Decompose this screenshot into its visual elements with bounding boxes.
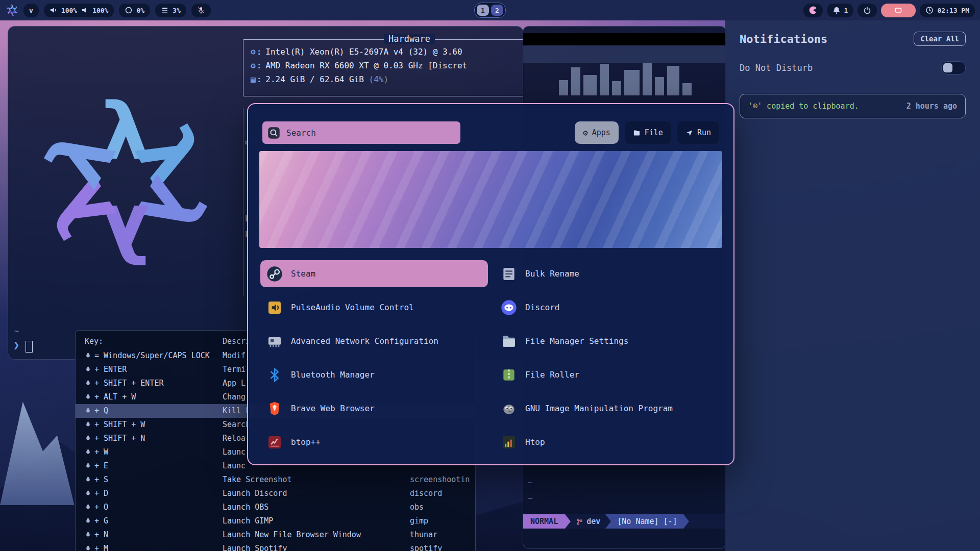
keybind-key-text: + SHIFT + ENTER — [94, 377, 163, 390]
gimp-icon — [501, 400, 517, 417]
buffer-name: [No Name] [-] — [611, 514, 683, 529]
wallpaper-preview — [259, 151, 722, 248]
app-item-btop[interactable]: btop++ — [260, 429, 488, 456]
search-input[interactable] — [285, 128, 440, 138]
app-label: Htop — [525, 437, 545, 447]
app-item-advanced-network-configuration[interactable]: Advanced Network Configuration — [260, 328, 488, 355]
app-item-bluetooth-manager[interactable]: Bluetooth Manager — [260, 361, 488, 388]
branch-name: dev — [586, 514, 600, 529]
hardware-lines: ⚙:Intel(R) Xeon(R) E5-2697A v4 (32) @ 3.… — [251, 45, 517, 86]
app-label: File Roller — [525, 370, 579, 380]
picker-pill[interactable] — [803, 4, 823, 17]
fetch-line: ▤:2.24 GiB / 62.64 GiB (4%) — [251, 72, 517, 86]
app-launcher: ⚙ Apps File Run SteamBulk Rename — [247, 103, 734, 465]
file-roller-icon — [501, 367, 517, 383]
keybind-key-text: + M — [94, 542, 108, 551]
visualizer-bar — [583, 75, 597, 95]
notification-count: 1 — [844, 7, 848, 14]
clear-all-button[interactable]: Clear All — [914, 32, 966, 46]
keybind-description: Search — [223, 418, 250, 432]
toggle-knob — [943, 63, 952, 72]
keybinds-key-header: Key: — [85, 335, 103, 348]
tilde: ~ — [528, 474, 533, 490]
top-bar: v 100% 100% 0% — [0, 0, 980, 20]
app-label: btop++ — [291, 437, 321, 447]
tab-run[interactable]: Run — [677, 121, 719, 144]
visualizer-bar — [600, 64, 609, 95]
app-item-gnu-image-manipulation-program[interactable]: GNU Image Manipulation Program — [495, 395, 722, 422]
terminal-cursor — [26, 341, 33, 353]
stack-pill[interactable]: 3% — [155, 4, 186, 17]
keybind-description: Termi — [223, 363, 246, 377]
keybind-command: screenshootin — [410, 473, 470, 487]
nix-logo-large — [34, 90, 217, 274]
stack-value: 3% — [173, 7, 181, 14]
keybind-row[interactable]: + GLaunch GIMPgimp — [76, 514, 475, 528]
notifications-pill[interactable]: 1 — [827, 4, 854, 17]
search-bar[interactable] — [262, 121, 460, 144]
nix-logo-icon[interactable] — [6, 4, 18, 16]
tab-apps[interactable]: ⚙ Apps — [575, 121, 619, 144]
app-item-htop[interactable]: Htop — [495, 429, 722, 456]
keybinds-desc-header: Descri — [223, 335, 250, 348]
key-icon — [85, 432, 91, 445]
keybind-description: Launch GIMP — [223, 514, 273, 528]
notification-message: '☺' copied to clipboard. — [748, 102, 859, 111]
keybind-key: + ALT + W — [85, 390, 136, 404]
volume-pill[interactable]: 100% 100% — [44, 4, 114, 17]
version-label: v — [29, 7, 33, 14]
tab-file[interactable]: File — [625, 121, 671, 144]
dnd-toggle[interactable] — [941, 61, 966, 74]
keybind-key: + SHIFT + W — [85, 418, 145, 432]
keybind-key: + ENTER — [85, 363, 127, 377]
key-icon — [85, 418, 91, 432]
keybind-key-text: + G — [94, 514, 108, 528]
terminal-band — [523, 45, 726, 63]
dim-pill[interactable]: 0% — [119, 4, 150, 17]
keybind-command: gimp — [410, 514, 428, 528]
powerline-arrow — [605, 514, 611, 529]
keybind-row[interactable]: + STake Screenshotscreenshootin — [76, 473, 475, 487]
app-item-bulk-rename[interactable]: Bulk Rename — [495, 260, 722, 287]
clock-value: 02:13 PM — [937, 7, 969, 14]
fetch-separator: : — [257, 61, 262, 70]
mic-muted-pill[interactable] — [191, 4, 211, 17]
pacman-icon — [809, 6, 817, 14]
version-button[interactable]: v — [23, 4, 39, 17]
visualizer-bar — [559, 80, 568, 95]
top-bar-right: 1 02:13 PM — [803, 4, 975, 17]
output-volume-value: 100% — [61, 7, 77, 14]
keybind-row[interactable]: + DLaunch Discorddiscord — [76, 487, 475, 500]
key-icon — [85, 445, 91, 459]
fetch-separator: : — [257, 47, 262, 57]
gpu-icon: ⚙ — [251, 61, 256, 70]
dim-value: 0% — [136, 7, 144, 14]
key-icon — [85, 459, 91, 473]
input-volume-value: 100% — [92, 7, 108, 14]
power-pill[interactable] — [857, 4, 877, 17]
app-item-discord[interactable]: Discord — [495, 294, 722, 321]
app-item-steam[interactable]: Steam — [260, 260, 488, 287]
screen-record-pill[interactable] — [881, 4, 916, 17]
app-item-file-roller[interactable]: File Roller — [495, 361, 722, 388]
notification-card[interactable]: '☺' copied to clipboard. 2 hours ago — [740, 94, 966, 118]
visualizer-bar — [667, 66, 679, 95]
notification-panel: Notifications Clear All Do Not Disturb '… — [725, 20, 980, 551]
brave-icon — [266, 400, 283, 417]
workspace-1[interactable]: 1 — [477, 5, 489, 16]
clock-pill[interactable]: 02:13 PM — [920, 4, 975, 17]
keybind-row[interactable]: + NLaunch New File Browser Windowthunar — [76, 528, 475, 542]
app-item-file-manager-settings[interactable]: File Manager Settings — [495, 328, 722, 355]
workspace-2[interactable]: 2 — [491, 5, 503, 16]
keybind-key: + W — [85, 445, 108, 459]
keybind-key-text: + N — [94, 528, 108, 542]
keybind-key: + O — [85, 500, 108, 514]
keybind-row[interactable]: + OLaunch OBSobs — [76, 500, 475, 514]
keybind-key: + M — [85, 542, 108, 551]
app-item-pulseaudio-volume-control[interactable]: PulseAudio Volume Control — [260, 294, 488, 321]
desktop: λ λ λ λ λ λ v — [0, 0, 980, 551]
app-item-brave-web-browser[interactable]: Brave Web Browser — [260, 395, 488, 422]
keybind-row[interactable]: + MLaunch Spotifyspotify — [76, 542, 475, 551]
app-label: GNU Image Manipulation Program — [525, 404, 673, 413]
keybind-command: obs — [410, 500, 424, 514]
